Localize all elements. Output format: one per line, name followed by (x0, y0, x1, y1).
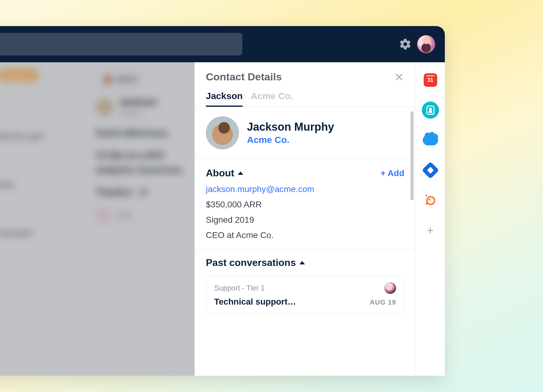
app-window: MurphySupportquestion1d · Mar 3Chiltonlo… (0, 26, 445, 376)
contact-name: Jackson Murphy (247, 121, 334, 133)
calendar-icon[interactable]: 31 (422, 71, 439, 89)
contact-details-panel: Contact Details JacksonAcme Co. Jackson … (194, 62, 415, 376)
topbar (0, 26, 445, 62)
integrations-rail: 31 + (415, 62, 445, 376)
contact-email[interactable]: jackson.murphy@acme.com (206, 184, 404, 194)
tab-acme-co-[interactable]: Acme Co. (251, 91, 293, 107)
contacts-icon[interactable] (422, 102, 439, 119)
add-about-button[interactable]: + Add (380, 168, 404, 178)
contact-avatar (206, 116, 239, 149)
caret-up-icon (238, 171, 243, 175)
close-icon[interactable] (394, 72, 404, 82)
scrollbar[interactable] (410, 111, 414, 200)
search-input[interactable] (0, 33, 242, 56)
tab-jackson[interactable]: Jackson (206, 91, 243, 107)
conversation-avatar (384, 282, 396, 294)
past-conversations-section: Past conversations Support - Tier 1 Tech… (195, 248, 415, 322)
panel-tabs: JacksonAcme Co. (206, 91, 404, 107)
conversation-date: AUG 19 (370, 298, 396, 306)
about-line: CEO at Acme Co. (206, 230, 404, 240)
user-avatar[interactable] (417, 35, 435, 53)
jira-icon[interactable] (422, 162, 439, 179)
hubspot-icon[interactable] (422, 192, 439, 209)
panel-title: Contact Details (206, 71, 282, 83)
conversation-team: Support - Tier 1 (214, 284, 265, 292)
about-section: About + Add jackson.murphy@acme.com $350… (195, 159, 415, 248)
about-heading[interactable]: About (206, 167, 243, 179)
about-line: $350,000 ARR (206, 200, 404, 209)
about-line: Signed 2019 (206, 215, 404, 225)
conversation-card[interactable]: Support - Tier 1 Technical support… AUG … (206, 275, 404, 314)
caret-up-icon (299, 261, 305, 264)
inbox-background: MurphySupportquestion1d · Mar 3Chiltonlo… (0, 62, 194, 376)
add-integration-icon[interactable]: + (422, 222, 439, 239)
conversation-title: Technical support… (214, 297, 296, 307)
gear-icon[interactable] (399, 38, 412, 51)
past-heading[interactable]: Past conversations (206, 257, 305, 268)
salesforce-icon[interactable] (422, 132, 439, 149)
contact-company-link[interactable]: Acme Co. (247, 135, 334, 145)
